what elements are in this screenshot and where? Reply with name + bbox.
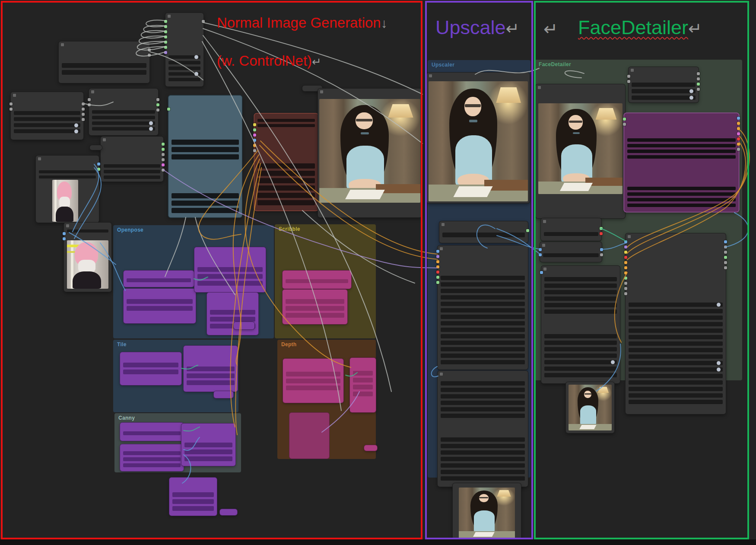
down-arrow-icon: ↓	[381, 16, 388, 30]
annotation-title-line1: Normal Image Generation↓	[217, 15, 388, 31]
return-arrow-icon: ↵	[688, 19, 702, 38]
annotation-box-normal-generation	[1, 1, 422, 539]
node-canvas[interactable]: Upscaler FaceDetailer Openpose Scribble …	[0, 0, 756, 545]
annotation-text: Normal Image Generation	[217, 15, 381, 31]
comfyui-workflow-screenshot: { "annotations": { "workflow_title_line1…	[0, 0, 756, 545]
annotation-text: FaceDetailer	[578, 16, 688, 38]
annotation-title-line2: (w. ControlNet)↵	[217, 53, 321, 69]
return-arrow-icon: ↵	[543, 19, 558, 38]
annotation-box-facedetailer	[534, 1, 749, 539]
annotation-text: (w. ControlNet)	[217, 53, 312, 69]
return-arrow-icon: ↵	[506, 19, 520, 38]
annotation-return-arrow: ↵	[543, 19, 558, 39]
annotation-text: Upscale	[435, 16, 506, 38]
annotation-box-upscale	[425, 1, 533, 539]
annotation-upscale-title: Upscale↵	[435, 16, 519, 39]
canvas-bottom-strip	[0, 539, 756, 545]
return-arrow-icon: ↵	[312, 55, 321, 68]
annotation-facedetailer-title: FaceDetailer↵	[578, 16, 702, 39]
